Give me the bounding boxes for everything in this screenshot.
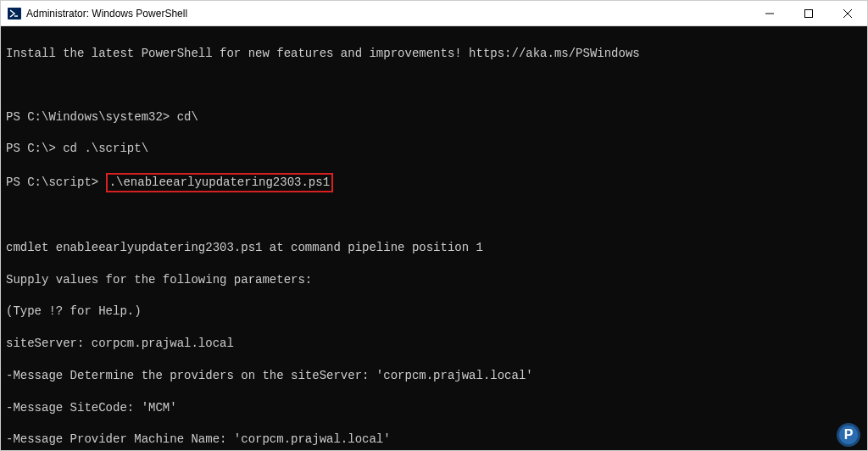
minimize-button[interactable]: [750, 1, 789, 25]
highlighted-command: .\enableearlyupdatering2303.ps1: [106, 173, 333, 192]
window-title: Administrator: Windows PowerShell: [26, 8, 750, 19]
output-line: -Message Determine the providers on the …: [6, 368, 862, 384]
output-line: Supply values for the following paramete…: [6, 272, 862, 288]
watermark-logo: P: [837, 423, 860, 447]
maximize-button[interactable]: [789, 1, 828, 25]
terminal-output[interactable]: Install the latest PowerShell for new fe…: [1, 26, 867, 450]
output-line: -Message Provider Machine Name: 'corpcm.…: [6, 432, 862, 448]
prompt-line: PS C:\> cd .\script\: [6, 141, 862, 157]
prompt-prefix: PS C:\script>: [6, 175, 106, 189]
output-line: Install the latest PowerShell for new fe…: [6, 46, 862, 62]
powershell-icon: [8, 7, 21, 20]
prompt-line: PS C:\Windows\system32> cd\: [6, 109, 862, 125]
titlebar[interactable]: Administrator: Windows PowerShell: [1, 1, 867, 26]
output-line: -Message SiteCode: 'MCM': [6, 400, 862, 416]
output-line: cmdlet enableearlyupdatering2303.ps1 at …: [6, 240, 862, 256]
window-controls: [750, 1, 867, 25]
output-line: (Type !? for Help.): [6, 303, 862, 320]
svg-rect-3: [805, 9, 813, 17]
prompt-line: PS C:\script> .\enableearlyupdatering230…: [6, 173, 862, 192]
output-line: siteServer: corpcm.prajwal.local: [6, 336, 862, 352]
close-button[interactable]: [828, 1, 867, 25]
powershell-window: Administrator: Windows PowerShell Instal…: [0, 0, 868, 451]
